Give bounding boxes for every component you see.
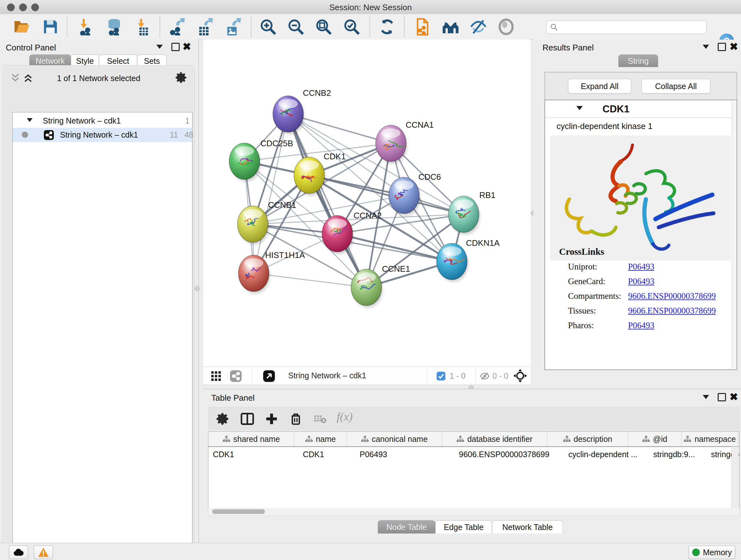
cloud-button[interactable] [9,546,28,559]
protein-structure-image [550,135,731,260]
results-panel-float-icon[interactable] [718,43,726,51]
column-header-shared-name[interactable]: shared name [208,432,294,446]
network-collection-row[interactable]: String Network – cdk1 1 [13,114,192,128]
save-session-icon[interactable] [42,18,59,36]
table-horizontal-scrollbar[interactable] [208,508,739,516]
edge-CCNB2-CCNE1[interactable] [288,114,366,287]
node-CDC25B[interactable]: CDC25B [229,138,293,182]
table-settings-gear-icon[interactable] [216,412,230,426]
node-CCNE1[interactable]: CCNE1 [351,264,410,308]
string-home-icon[interactable] [442,18,459,36]
delete-column-icon[interactable] [289,412,303,426]
column-header-database-identifier[interactable]: database identifier [442,432,547,446]
node-HIST1H1A[interactable]: HIST1H1A [239,250,305,294]
column-header-label: canonical name [372,435,428,444]
node-CCNB2[interactable]: CCNB2 [273,88,331,134]
memory-label: Memory [703,548,732,557]
export-table-icon[interactable] [196,18,213,36]
results-scrollbar[interactable] [732,101,736,369]
control-panel: Control Panel ✖ Network Style Select Set… [0,40,199,543]
column-header-description[interactable]: description [547,432,628,446]
control-panel-collapse-icon[interactable] [156,45,163,49]
control-panel-title: Control Panel [6,43,56,53]
column-type-icon [563,435,570,442]
crosslink-link[interactable]: 9606.ENSP00000378699 [628,306,716,316]
export-image-icon[interactable] [224,18,241,36]
results-panel-close-icon[interactable]: ✖ [730,44,738,50]
table-panel-collapse-icon[interactable] [703,395,709,399]
crosslink-link[interactable]: P06493 [628,276,655,287]
network-share-icon [44,130,54,140]
warnings-button[interactable] [34,546,53,559]
network-row-selected[interactable]: String Network – cdk1 11 48 [13,128,192,142]
node-CDKN1A[interactable]: CDKN1A [436,238,500,282]
control-panel-float-icon[interactable] [172,43,180,51]
tab-node-table[interactable]: Node Table [378,520,435,534]
show-columns-icon[interactable] [240,412,254,426]
control-panel-close-icon[interactable]: ✖ [183,44,191,50]
column-header-name[interactable]: name [294,432,347,446]
column-header--id[interactable]: @id [628,432,682,446]
crosslink-link[interactable]: P06493 [628,262,655,272]
hidden-eye-icon[interactable] [480,371,490,381]
network-canvas[interactable]: CCNB2CCNA1CDC25BCDK1CDC6RB1CCNB1CCNA2CDK… [203,40,531,367]
gene-description: cyclin-dependent kinase 1 [556,121,653,131]
share-document-icon[interactable] [413,18,430,36]
crosslink-link[interactable]: P06493 [628,320,655,330]
left-splitter-handle[interactable] [195,286,200,291]
import-table-icon[interactable] [134,18,151,36]
birdseye-navigator-icon[interactable] [514,369,527,382]
import-network-icon[interactable] [77,18,94,36]
open-session-icon[interactable] [13,18,30,36]
edge-HIST1H1A-CCNB2[interactable] [254,114,288,273]
tab-network-table[interactable]: Network Table [492,520,563,534]
network-badge-icon[interactable] [229,370,242,382]
open-in-new-window-icon[interactable] [263,370,275,382]
column-header-namespace[interactable]: namespace [682,432,738,446]
zoom-fit-icon[interactable] [315,18,332,36]
refresh-icon[interactable] [379,18,396,36]
memory-button[interactable]: Memory [689,546,735,559]
table-cell: CDK1 [208,447,298,462]
table-vertical-scrollbar[interactable] [731,447,739,508]
node-label-CCNE1: CCNE1 [382,264,410,273]
show-graphics-details-icon[interactable] [497,18,515,36]
toolbar-separator [159,17,160,37]
node-CDC6[interactable]: CDC6 [389,172,441,216]
import-network-from-database-icon[interactable] [106,18,123,36]
column-type-icon [642,435,650,442]
column-header-canonical-name[interactable]: canonical name [347,432,442,446]
node-label-CDK1: CDK1 [324,152,346,161]
search-input[interactable] [561,21,702,32]
crosslink-row-compartments: Compartments:9606.ENSP00000378699 [568,291,621,301]
zoom-out-icon[interactable] [287,18,305,36]
table-row[interactable]: CDK1CDK1P064939606.ENSP00000378699cyclin… [208,447,739,462]
expand-all-button[interactable]: Expand All [568,79,631,94]
selected-checkbox-icon[interactable] [436,371,446,381]
tab-string[interactable]: String [618,55,658,67]
crosslink-row-tissues: Tissues:9606.ENSP00000378699 [568,306,596,316]
collapse-all-button[interactable]: Collapse All [642,79,711,94]
column-type-icon [305,435,313,442]
table-panel-close-icon[interactable]: ✖ [730,394,738,400]
options-gear-icon[interactable] [175,71,188,84]
window-title: Session: New Session [0,3,741,12]
node-RB1[interactable]: RB1 [448,190,495,235]
edge-HIST1H1A-CCNE1[interactable] [254,273,366,287]
results-panel-collapse-icon[interactable] [703,45,709,49]
tab-edge-table[interactable]: Edge Table [435,520,492,534]
search-box [546,20,706,34]
warning-icon [38,547,49,557]
zoom-in-icon[interactable] [259,18,277,36]
grid-view-icon[interactable] [210,370,222,382]
crosslink-link[interactable]: 9606.ENSP00000378699 [628,291,716,301]
column-header-label: namespace [694,435,736,444]
zoom-selected-icon[interactable] [343,18,360,36]
hide-enhanced-labels-icon[interactable] [470,18,487,36]
table-panel-float-icon[interactable] [718,393,726,401]
add-column-icon[interactable] [265,412,279,426]
export-network-icon[interactable] [167,18,185,36]
gene-section-header[interactable]: CDK1 [545,102,737,118]
collection-label: String Network – cdk1 [43,116,121,125]
gene-name: CDK1 [603,104,629,115]
